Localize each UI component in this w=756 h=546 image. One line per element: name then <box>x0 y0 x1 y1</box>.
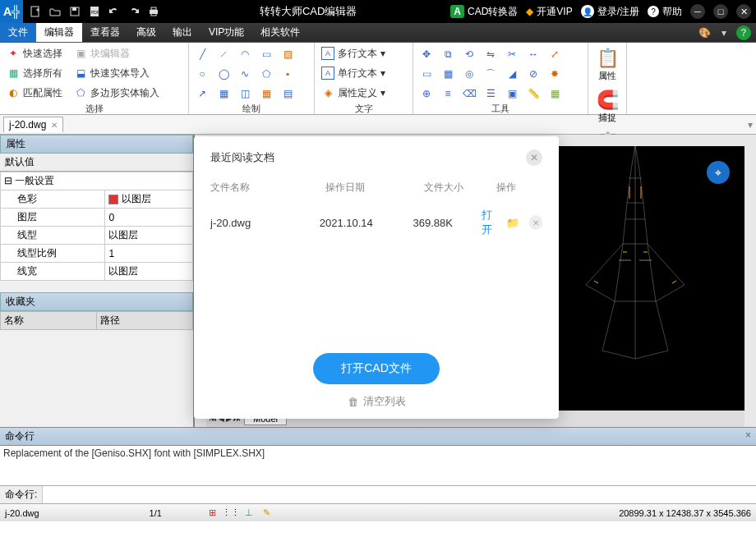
polar-toggle-icon[interactable]: ✎ <box>260 507 274 520</box>
new-icon[interactable] <box>26 2 44 21</box>
minimize-icon[interactable]: ─ <box>690 4 705 19</box>
attributes-button[interactable]: 📋 属性 <box>590 44 625 85</box>
block-editor-button[interactable]: ▣块编辑器 <box>72 44 161 62</box>
snap-toggle-icon[interactable]: ⊞ <box>206 507 219 520</box>
settings-chevron-icon[interactable]: ▾ <box>717 25 731 40</box>
mirror-icon[interactable]: ⇋ <box>482 46 499 62</box>
clear-list-button[interactable]: 🗑 清空列表 <box>348 394 406 409</box>
select-all-button[interactable]: ▦选择所有 <box>5 64 64 82</box>
tab-advanced[interactable]: 高级 <box>128 23 164 42</box>
pdf-icon[interactable]: PDF <box>85 2 104 21</box>
singleline-text-button[interactable]: A单行文本 ▾ <box>320 64 408 82</box>
row-delete-icon[interactable]: ✕ <box>529 215 542 230</box>
row-open-link[interactable]: 打开 <box>482 208 501 237</box>
prop-linetype-scale-value[interactable]: 1 <box>105 245 193 263</box>
arc-icon[interactable]: ◠ <box>237 46 253 62</box>
help-circle-icon[interactable]: ? <box>736 25 751 40</box>
close-icon[interactable]: ✕ <box>736 4 751 19</box>
modal-close-icon[interactable]: ✕ <box>526 149 542 166</box>
quick-select-button[interactable]: ✦快速选择 <box>5 44 64 62</box>
command-input[interactable] <box>43 486 756 503</box>
tab-related[interactable]: 相关软件 <box>252 23 308 42</box>
polygon-entity-input-button[interactable]: ⬠多边形实体输入 <box>72 84 161 102</box>
copy-icon[interactable]: ⧉ <box>440 46 456 62</box>
ellipse-icon[interactable]: ◯ <box>215 66 232 82</box>
ortho-toggle-icon[interactable]: ⊥ <box>242 507 256 520</box>
open-vip-link[interactable]: ◆开通VIP <box>526 5 572 19</box>
polygon-icon[interactable]: ⬠ <box>258 66 274 82</box>
tools-group-label: 工具 <box>418 102 583 115</box>
tab-output[interactable]: 输出 <box>164 23 201 42</box>
trim-icon[interactable]: ✂ <box>504 46 520 62</box>
folder-icon[interactable]: 📁 <box>506 217 519 229</box>
fav-col-path[interactable]: 路径 <box>97 312 193 330</box>
open-icon[interactable] <box>46 2 64 21</box>
command-close-icon[interactable]: × <box>745 429 751 443</box>
prop-layer-value[interactable]: 0 <box>105 209 193 227</box>
multiline-text-button[interactable]: A多行文本 ▾ <box>320 44 408 62</box>
prop-linetype-value[interactable]: 以图层 <box>105 227 193 245</box>
tab-file[interactable]: 文件 <box>0 23 36 42</box>
block-icon[interactable]: ▣ <box>504 85 520 102</box>
tab-vip[interactable]: VIP功能 <box>201 23 252 42</box>
redo-icon[interactable] <box>125 2 143 21</box>
measure-icon[interactable]: 📏 <box>525 85 542 102</box>
document-tab[interactable]: j-20.dwg ✕ <box>3 117 63 132</box>
spline-icon[interactable]: ∿ <box>237 66 253 82</box>
undo-icon[interactable] <box>105 2 123 21</box>
fillet-icon[interactable]: ⌒ <box>482 66 499 82</box>
xline-icon[interactable]: ▦ <box>215 85 232 102</box>
match-prop-button[interactable]: ◐匹配属性 <box>5 84 64 102</box>
ray-icon[interactable]: ↗ <box>194 85 210 102</box>
move-icon[interactable]: ✥ <box>418 46 435 62</box>
left-panel: 属性 默认值 ⊟ 一般设置 色彩以图层 图层0 线型以图层 线型比例1 线宽以图… <box>0 135 195 427</box>
row-size: 369.88K <box>413 217 482 229</box>
rect-icon[interactable]: ▭ <box>258 46 274 62</box>
line-icon[interactable]: ╱ <box>194 46 210 62</box>
align-icon[interactable]: ≡ <box>440 85 456 102</box>
save-icon[interactable] <box>66 2 84 21</box>
login-link[interactable]: 👤登录/注册 <box>581 5 639 19</box>
tab-editor[interactable]: 编辑器 <box>36 23 82 42</box>
attr-def-button[interactable]: ◈属性定义 ▾ <box>320 84 408 102</box>
cad-converter-link[interactable]: ACAD转换器 <box>450 5 518 19</box>
circle-icon[interactable]: ○ <box>194 66 210 82</box>
region-icon[interactable]: ◫ <box>237 85 253 102</box>
revision-icon[interactable]: ▤ <box>279 85 296 102</box>
explode-icon[interactable]: ✸ <box>546 66 563 82</box>
snap-button[interactable]: 🧲 捕捉 <box>590 86 625 126</box>
join-icon[interactable]: ⊕ <box>418 85 435 102</box>
tab-close-icon[interactable]: ✕ <box>51 121 58 130</box>
polyline-icon[interactable]: ⟋ <box>215 46 232 62</box>
general-section[interactable]: ⊟ 一般设置 <box>1 172 193 190</box>
tab-viewer[interactable]: 查看器 <box>82 23 128 42</box>
stretch-icon[interactable]: ▭ <box>418 66 435 82</box>
open-cad-button[interactable]: 打开CAD文件 <box>313 353 440 384</box>
palette-icon[interactable]: 🎨 <box>697 25 712 40</box>
point-icon[interactable]: ▪ <box>279 66 296 82</box>
prop-color-value[interactable]: 以图层 <box>105 190 193 209</box>
table-icon[interactable]: ▦ <box>258 85 274 102</box>
grid-icon[interactable]: ▦ <box>546 85 563 102</box>
rotate-icon[interactable]: ⟲ <box>461 46 477 62</box>
array-icon[interactable]: ▦ <box>440 66 456 82</box>
print-icon[interactable] <box>145 2 163 21</box>
prop-lineweight-value[interactable]: 以图层 <box>105 263 193 281</box>
help-link[interactable]: ?帮助 <box>648 5 682 19</box>
fav-col-name[interactable]: 名称 <box>1 312 97 330</box>
hatch-icon[interactable]: ▨ <box>279 46 296 62</box>
tabs-overflow-icon[interactable]: ▾ <box>748 119 753 131</box>
erase-icon[interactable]: ⌫ <box>461 85 477 102</box>
grid-toggle-icon[interactable]: ⋮⋮ <box>224 507 237 520</box>
maximize-icon[interactable]: □ <box>713 4 728 19</box>
break-icon[interactable]: ⊘ <box>525 66 542 82</box>
quick-entity-import-button[interactable]: ⬓快速实体导入 <box>72 64 161 82</box>
offset-icon[interactable]: ◎ <box>461 66 477 82</box>
command-input-row: 命令行: <box>0 485 756 503</box>
recent-row: j-20.dwg 2021.10.14 369.88K 打开 📁 ✕ <box>210 208 542 237</box>
chamfer-icon[interactable]: ◢ <box>504 66 520 82</box>
row-name: j-20.dwg <box>210 217 320 229</box>
extend-icon[interactable]: ↔ <box>525 46 542 62</box>
scale-icon[interactable]: ⤢ <box>546 46 563 62</box>
layer-icon[interactable]: ☰ <box>482 85 499 102</box>
